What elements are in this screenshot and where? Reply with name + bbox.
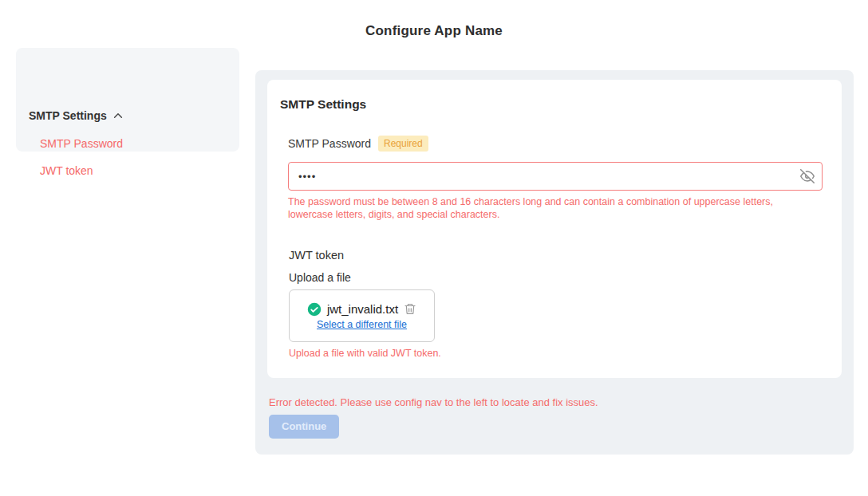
uploaded-file-name: jwt_invalid.txt [327,302,398,316]
configure-app-page: Configure App Name SMTP Settings SMTP Pa… [0,0,868,496]
settings-panel: SMTP Settings SMTP Password Required The… [255,70,854,455]
smtp-password-label: SMTP Password [288,137,371,150]
continue-button[interactable]: Continue [269,415,339,439]
smtp-settings-card: SMTP Settings SMTP Password Required The… [267,80,842,378]
sidebar-section-smtp-settings[interactable]: SMTP Settings [29,109,124,122]
uploaded-file-row: jwt_invalid.txt [307,302,416,317]
select-different-file-link[interactable]: Select a different file [317,319,407,330]
card-heading: SMTP Settings [280,97,366,112]
trash-icon[interactable] [404,302,416,316]
page-title: Configure App Name [0,23,868,39]
smtp-password-input[interactable] [288,162,823,191]
password-helper-text: The password must be between 8 and 16 ch… [288,195,811,221]
check-circle-icon [307,302,322,317]
smtp-password-label-row: SMTP Password Required [288,136,428,152]
sidebar-section-label: SMTP Settings [29,109,107,122]
required-badge: Required [378,136,428,152]
file-upload-box: jwt_invalid.txt Select a different file [289,289,435,342]
sidebar-item-jwt-token[interactable]: JWT token [40,164,93,177]
panel-error-text: Error detected. Please use config nav to… [269,396,598,408]
upload-file-label: Upload a file [289,271,351,284]
smtp-password-field-wrap [288,162,823,191]
chevron-up-icon [112,110,124,121]
eye-off-icon[interactable] [800,169,815,183]
jwt-token-label: JWT token [289,249,344,262]
sidebar-item-smtp-password[interactable]: SMTP Password [40,137,123,150]
jwt-error-text: Upload a file with valid JWT token. [289,348,441,359]
config-nav-sidebar: SMTP Settings SMTP Password JWT token [16,48,239,152]
